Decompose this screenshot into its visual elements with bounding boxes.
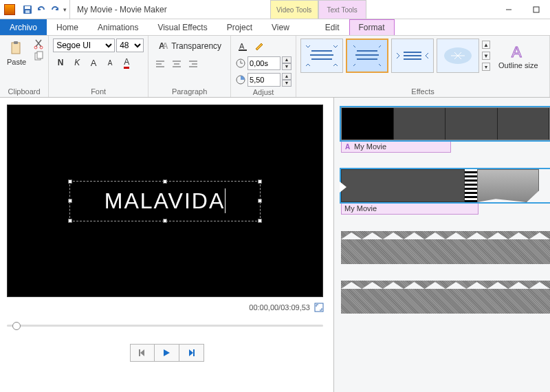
- svg-rect-34: [404, 52, 421, 53]
- font-group: Segoe UI 48 N K A A A Font: [49, 36, 148, 97]
- svg-rect-2: [25, 10, 30, 13]
- ribbon-tabs: Archivo Home Animations Visual Effects P…: [0, 19, 550, 36]
- svg-text:A: A: [162, 41, 168, 51]
- scrub-thumb[interactable]: [12, 322, 21, 330]
- title-bar: ▾ My Movie - Movie Maker Video Tools Tex…: [0, 0, 550, 19]
- align-center-button[interactable]: [169, 56, 184, 72]
- bold-button[interactable]: N: [53, 55, 68, 70]
- project-tab[interactable]: Project: [217, 19, 262, 35]
- svg-rect-32: [355, 54, 379, 56]
- next-frame-button[interactable]: [179, 344, 204, 362]
- paragraph-group: AA Transparency Paragraph: [148, 36, 231, 97]
- app-icon: [4, 4, 15, 15]
- ribbon: Paste Clipboard Segoe UI 48 N K A A: [0, 36, 550, 98]
- effect-scroll-1[interactable]: [300, 39, 343, 73]
- video-tools-tab[interactable]: Video Tools: [270, 0, 318, 19]
- svg-rect-31: [357, 50, 377, 52]
- outline-size-button[interactable]: A Outline size: [494, 41, 542, 71]
- effect-scroll-3[interactable]: [391, 39, 434, 73]
- svg-rect-30: [311, 58, 332, 60]
- minimize-button[interactable]: [495, 0, 522, 19]
- grow-font-button[interactable]: A: [86, 55, 101, 70]
- cut-icon[interactable]: [33, 39, 44, 50]
- qat-dropdown-icon[interactable]: ▾: [63, 6, 67, 13]
- prev-frame-button[interactable]: [130, 344, 155, 362]
- save-icon[interactable]: [22, 4, 33, 15]
- scrub-bar[interactable]: [7, 320, 323, 330]
- clip-1[interactable]: A My Movie: [341, 107, 550, 153]
- edit-text-button[interactable]: [252, 39, 267, 54]
- timecode-display: 00:00,00/03:09,53: [7, 297, 327, 318]
- svg-rect-5: [12, 43, 20, 54]
- svg-rect-28: [311, 50, 332, 52]
- text-tools-tab[interactable]: Text Tools: [318, 0, 366, 19]
- clock-icon: [235, 58, 246, 69]
- clipboard-group: Paste Clipboard: [0, 36, 49, 97]
- svg-rect-35: [404, 55, 421, 56]
- svg-rect-29: [310, 54, 333, 56]
- svg-rect-36: [404, 58, 421, 60]
- format-subtab[interactable]: Format: [349, 19, 395, 35]
- transparency-button[interactable]: AA Transparency: [153, 39, 226, 54]
- font-name-select[interactable]: Segoe UI: [53, 39, 115, 52]
- timeline-pane[interactable]: A My Movie My Movie: [333, 98, 550, 392]
- home-tab[interactable]: Home: [47, 19, 88, 35]
- file-tab[interactable]: Archivo: [0, 19, 47, 35]
- svg-rect-33: [357, 58, 377, 60]
- edit-subtab[interactable]: Edit: [316, 19, 349, 35]
- copy-icon[interactable]: [33, 51, 44, 62]
- caption-text-box[interactable]: MALAVIDA: [69, 181, 261, 221]
- play-button[interactable]: [155, 344, 179, 362]
- svg-text:A: A: [512, 43, 522, 61]
- font-color-button[interactable]: A: [119, 55, 134, 70]
- playback-controls: [7, 344, 327, 362]
- workspace: MALAVIDA 00:00,00/03:09,53 A My: [0, 98, 550, 392]
- adjust-group: A ▲▼ ▲▼ Adjust: [231, 36, 296, 97]
- effect-scroll-4[interactable]: [437, 39, 479, 73]
- duration-input[interactable]: [248, 73, 280, 87]
- undo-icon[interactable]: [36, 4, 47, 15]
- svg-rect-10: [37, 52, 43, 58]
- duration-icon: [235, 74, 246, 85]
- svg-rect-40: [139, 349, 140, 356]
- italic-button[interactable]: K: [69, 55, 85, 70]
- fullscreen-icon[interactable]: [314, 303, 324, 312]
- video-preview[interactable]: MALAVIDA: [7, 105, 323, 297]
- font-size-select[interactable]: 48: [116, 39, 144, 52]
- effects-gallery-scroll[interactable]: ▲▼▾: [482, 39, 492, 73]
- align-left-button[interactable]: [153, 56, 168, 72]
- quick-access-toolbar: ▾: [19, 0, 70, 19]
- paste-button[interactable]: Paste: [4, 39, 29, 67]
- caption-track-1[interactable]: A My Movie: [341, 140, 451, 153]
- maximize-button[interactable]: [522, 0, 550, 19]
- caption-track-2[interactable]: My Movie: [341, 202, 478, 215]
- effects-group: ▲▼▾ A Outline size Effects: [296, 36, 550, 97]
- text-icon: A: [344, 143, 351, 150]
- svg-rect-23: [239, 50, 247, 51]
- svg-rect-41: [193, 349, 195, 356]
- svg-rect-6: [14, 41, 18, 44]
- svg-rect-1: [25, 6, 30, 9]
- clip-2[interactable]: My Movie: [341, 169, 550, 215]
- svg-text:A: A: [345, 143, 350, 150]
- start-time-input[interactable]: [248, 56, 280, 70]
- svg-text:A: A: [239, 42, 245, 50]
- caption-text[interactable]: MALAVIDA: [104, 188, 226, 213]
- clip-4[interactable]: [341, 281, 550, 314]
- effect-scroll-2[interactable]: [346, 39, 388, 73]
- clip-3[interactable]: [341, 231, 550, 264]
- redo-icon[interactable]: [50, 4, 60, 15]
- view-tab[interactable]: View: [262, 19, 299, 35]
- svg-rect-4: [534, 7, 539, 12]
- animations-tab[interactable]: Animations: [88, 19, 148, 35]
- align-right-button[interactable]: [186, 56, 201, 72]
- background-color-button[interactable]: A: [235, 39, 250, 54]
- shrink-font-button[interactable]: A: [102, 55, 118, 70]
- duration-spinner[interactable]: ▲▼: [235, 73, 292, 87]
- visual-effects-tab[interactable]: Visual Effects: [148, 19, 217, 35]
- window-title: My Movie - Movie Maker: [70, 5, 174, 14]
- start-time-spinner[interactable]: ▲▼: [235, 56, 292, 70]
- preview-pane: MALAVIDA 00:00,00/03:09,53: [0, 98, 333, 392]
